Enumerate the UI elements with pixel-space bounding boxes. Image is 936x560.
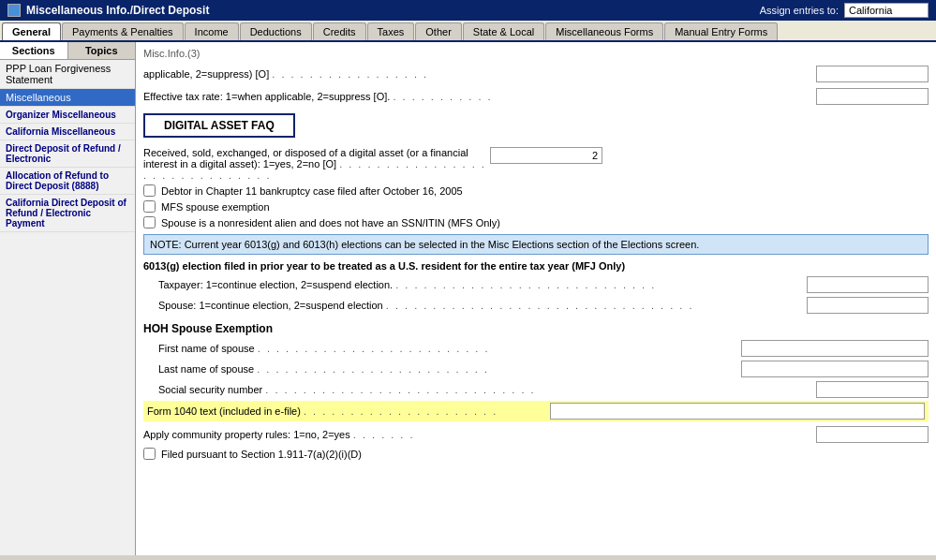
note-text: NOTE: Current year 6013(g) and 6013(h) e… (150, 239, 699, 250)
window-title: Miscellaneous Info./Direct Deposit (26, 4, 209, 17)
sidebar-item-organizer[interactable]: Organizer Miscellaneous (0, 107, 135, 124)
tab-payments[interactable]: Payments & Penalties (62, 22, 184, 40)
row-spouse-election: Spouse: 1=continue election, 2=suspend e… (158, 296, 929, 315)
tab-other[interactable]: Other (415, 22, 462, 40)
sidebar-tab-bar: Sections Topics (0, 42, 135, 60)
row-applicable: applicable, 2=suppress) [O] . . . . . . … (143, 65, 929, 83)
tab-state-local[interactable]: State & Local (463, 22, 544, 40)
breadcrumb: Misc.Info.(3) (143, 46, 929, 61)
digital-asset-input[interactable] (490, 147, 602, 164)
ssn-input[interactable] (816, 381, 929, 398)
sidebar-item-allocation[interactable]: Allocation of Refund to Direct Deposit (… (0, 168, 135, 195)
taxpayer-input[interactable] (807, 276, 929, 293)
content-panel: Misc.Info.(3) applicable, 2=suppress) [O… (136, 42, 936, 555)
sidebar-item-direct-deposit[interactable]: Direct Deposit of Refund / Electronic (0, 140, 135, 168)
row-last-name: Last name of spouse . . . . . . . . . . … (158, 360, 929, 378)
last-name-input[interactable] (741, 361, 929, 377)
digital-asset-label: Received, sold, exchanged, or disposed o… (143, 147, 490, 181)
ssn-label: Social security number . . . . . . . . .… (158, 384, 816, 395)
spouse-election-label: Spouse: 1=continue election, 2=suspend e… (158, 300, 807, 311)
tab-general[interactable]: General (2, 22, 61, 40)
app-icon (7, 4, 21, 17)
main-content: Sections Topics PPP Loan Forgiveness Sta… (0, 42, 936, 555)
sidebar-tab-topics[interactable]: Topics (68, 42, 136, 59)
debtor-checkbox[interactable] (143, 184, 156, 197)
row-form1040: Form 1040 text (included in e-file) . . … (143, 401, 929, 421)
spouse-alien-label: Spouse is a nonresident alien and does n… (161, 217, 500, 228)
spouse-alien-checkbox[interactable] (143, 216, 156, 228)
note-bar: NOTE: Current year 6013(g) and 6013(h) e… (143, 234, 929, 255)
sidebar-item-misc[interactable]: Miscellaneous (0, 89, 135, 107)
title-bar: Miscellaneous Info./Direct Deposit Assig… (0, 0, 936, 21)
row-first-name: First name of spouse . . . . . . . . . .… (158, 339, 929, 358)
tab-manual-entry[interactable]: Manual Entry Forms (664, 22, 778, 40)
applicable-label: applicable, 2=suppress) [O] . . . . . . … (143, 68, 816, 80)
election-header: 6013(g) election filed in prior year to … (143, 260, 929, 272)
filed-label: Filed pursuant to Section 1.911-7(a)(2)(… (161, 449, 362, 460)
mfs-checkbox[interactable] (143, 200, 156, 213)
checkbox-filed: Filed pursuant to Section 1.911-7(a)(2)(… (143, 448, 929, 460)
form1040-input[interactable] (550, 403, 925, 420)
first-name-label: First name of spouse . . . . . . . . . .… (158, 343, 741, 354)
assign-area: Assign entries to: (760, 3, 929, 18)
community-input[interactable] (816, 426, 929, 443)
last-name-label: Last name of spouse . . . . . . . . . . … (158, 363, 741, 375)
digital-asset-btn-row: DIGITAL ASSET FAQ (143, 110, 929, 141)
sidebar-item-ca-misc[interactable]: California Miscellaneous (0, 124, 135, 140)
hoh-header: HOH Spouse Exemption (143, 322, 929, 335)
effective-tax-label: Effective tax rate: 1=when applicable, 2… (143, 91, 816, 102)
main-tab-bar: General Payments & Penalties Income Dedu… (0, 21, 936, 42)
effective-tax-input[interactable] (816, 88, 929, 105)
form1040-label: Form 1040 text (included in e-file) . . … (147, 405, 550, 417)
row-effective-tax: Effective tax rate: 1=when applicable, 2… (143, 87, 929, 106)
checkbox-debtor: Debtor in Chapter 11 bankruptcy case fil… (143, 184, 929, 197)
tab-taxes[interactable]: Taxes (367, 22, 415, 40)
row-community: Apply community property rules: 1=no, 2=… (143, 425, 929, 444)
tab-credits[interactable]: Credits (313, 22, 366, 40)
tab-deductions[interactable]: Deductions (240, 22, 312, 40)
community-label: Apply community property rules: 1=no, 2=… (143, 429, 816, 440)
tab-income[interactable]: Income (185, 22, 239, 40)
row-taxpayer: Taxpayer: 1=continue election, 2=suspend… (158, 275, 929, 294)
sidebar-item-ca-direct[interactable]: California Direct Deposit of Refund / El… (0, 195, 135, 232)
checkbox-mfs: MFS spouse exemption (143, 200, 929, 213)
row-ssn: Social security number . . . . . . . . .… (158, 380, 929, 399)
checkbox-spouse-alien: Spouse is a nonresident alien and does n… (143, 216, 929, 228)
applicable-input[interactable] (816, 66, 929, 82)
assign-label: Assign entries to: (760, 5, 839, 16)
spouse-election-input[interactable] (807, 297, 929, 314)
mfs-label: MFS spouse exemption (161, 201, 270, 213)
sidebar: Sections Topics PPP Loan Forgiveness Sta… (0, 42, 136, 555)
assign-input[interactable] (844, 3, 929, 18)
debtor-label: Debtor in Chapter 11 bankruptcy case fil… (161, 185, 463, 197)
sidebar-item-ppp[interactable]: PPP Loan Forgiveness Statement (0, 60, 135, 89)
digital-asset-button[interactable]: DIGITAL ASSET FAQ (143, 113, 295, 138)
taxpayer-label: Taxpayer: 1=continue election, 2=suspend… (158, 279, 807, 290)
filed-checkbox[interactable] (143, 448, 156, 460)
row-digital-asset: Received, sold, exchanged, or disposed o… (143, 147, 929, 181)
first-name-input[interactable] (741, 340, 929, 357)
tab-misc-forms[interactable]: Miscellaneous Forms (545, 22, 663, 40)
sidebar-tab-sections[interactable]: Sections (0, 42, 68, 59)
